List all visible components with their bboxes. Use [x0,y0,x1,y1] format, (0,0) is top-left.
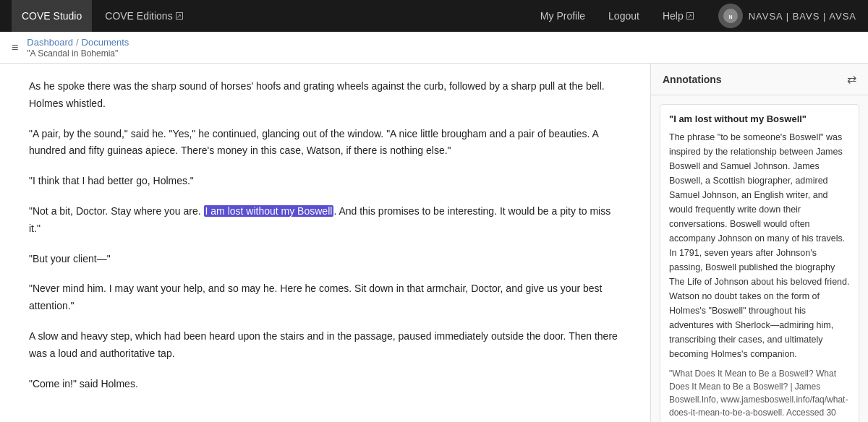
annotation-body: The phrase "to be someone's Boswell" was… [669,130,850,361]
document-paragraph: As he spoke there was the sharp sound of… [29,78,621,113]
navbar: COVE Studio COVE Editions ↗ My Profile L… [0,0,868,32]
nav-cove-studio[interactable]: COVE Studio [12,0,92,32]
document-paragraph: "Not a bit, Doctor. Stay where you are. … [29,203,621,238]
external-link-icon: ↗ [176,12,183,20]
navsa-logo-text: NAVSA | BAVS | AVSA [749,11,856,22]
sidebar-toggle[interactable]: ≡ [12,41,18,54]
nav-help[interactable]: Help ↗ [652,0,704,32]
help-external-icon: ↗ [686,12,694,20]
nav-help-label: Help [663,10,684,22]
document-paragraph: "Come in!" said Holmes. [29,376,621,393]
annotations-panel: Annotations ⇄ "I am lost without my Bosw… [651,64,868,422]
breadcrumb-bar: ≡ Dashboard / Documents "A Scandal in Bo… [0,32,868,64]
nav-my-profile[interactable]: My Profile [530,0,595,32]
document-paragraph: A slow and heavy step, which had been he… [29,328,621,363]
annotation-card: "I am lost without my Boswell" The phras… [660,104,859,422]
document-paragraph: "A pair, by the sound," said he. "Yes," … [29,126,621,160]
navbar-right: My Profile Logout Help ↗ N NAVSA | BAVS … [530,0,856,32]
highlighted-text: I am lost without my Boswell [204,205,334,217]
breadcrumb-top: Dashboard / Documents [27,37,129,48]
share-icon[interactable]: ⇄ [847,72,856,86]
document-paragraph: "I think that I had better go, Holmes." [29,173,621,190]
breadcrumb-separator: / [76,37,79,48]
annotation-citation: "What Does It Mean to Be a Boswell? What… [669,367,850,422]
nav-logout[interactable]: Logout [598,0,650,32]
document-paragraph: "Never mind him. I may want your help, a… [29,280,621,315]
breadcrumb-dashboard[interactable]: Dashboard [27,37,73,48]
navsa-logo-circle: N [718,4,743,28]
breadcrumb: Dashboard / Documents "A Scandal in Bohe… [27,37,129,59]
annotations-header: Annotations ⇄ [651,64,868,95]
navsa-logo: N NAVSA | BAVS | AVSA [718,4,856,28]
nav-cove-editions[interactable]: COVE Editions ↗ [95,0,192,32]
annotation-title: "I am lost without my Boswell" [669,113,850,124]
document-paragraph: "But your client—" [29,251,621,268]
navsa-logo-svg: N [723,8,739,24]
svg-text:N: N [728,14,732,20]
document-area: As he spoke there was the sharp sound of… [0,64,651,422]
breadcrumb-subtitle: "A Scandal in Bohemia" [27,48,118,59]
annotations-title: Annotations [663,74,722,85]
nav-cove-editions-label: COVE Editions [105,10,172,22]
navbar-left: COVE Studio COVE Editions ↗ [12,0,193,32]
main-area: As he spoke there was the sharp sound of… [0,64,868,422]
breadcrumb-documents[interactable]: Documents [82,37,129,48]
